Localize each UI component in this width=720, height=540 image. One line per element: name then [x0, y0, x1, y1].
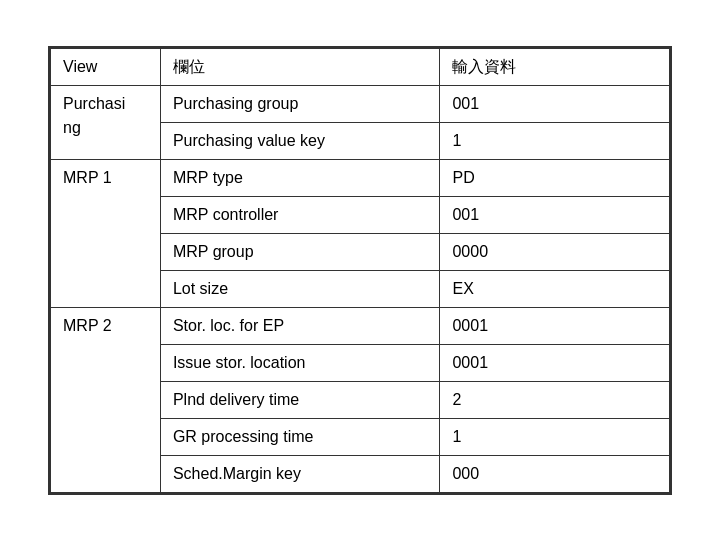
field-cell-mrp-type: MRP type — [160, 159, 440, 196]
field-cell-lot-size: Lot size — [160, 270, 440, 307]
value-cell-mrp-type: PD — [440, 159, 670, 196]
header-field: 欄位 — [160, 48, 440, 85]
view-cell-mrp2: MRP 2 — [51, 307, 161, 492]
view-cell-purchasing: Purchasing — [51, 85, 161, 159]
field-cell-purchasing-group: Purchasing group — [160, 85, 440, 122]
value-cell-purchasing-group: 001 — [440, 85, 670, 122]
value-cell-sched-margin-key: 000 — [440, 455, 670, 492]
value-cell-plnd-delivery-time: 2 — [440, 381, 670, 418]
value-cell-mrp-group: 0000 — [440, 233, 670, 270]
header-input: 輸入資料 — [440, 48, 670, 85]
table-row: Purchasing Purchasing group 001 — [51, 85, 670, 122]
header-row: View 欄位 輸入資料 — [51, 48, 670, 85]
value-cell-issue-stor-location: 0001 — [440, 344, 670, 381]
field-cell-gr-processing-time: GR processing time — [160, 418, 440, 455]
field-cell-mrp-group: MRP group — [160, 233, 440, 270]
main-table-wrapper: View 欄位 輸入資料 Purchasing Purchasing group… — [48, 46, 672, 495]
field-cell-purchasing-value-key: Purchasing value key — [160, 122, 440, 159]
field-cell-plnd-delivery-time: Plnd delivery time — [160, 381, 440, 418]
field-cell-issue-stor-location: Issue stor. location — [160, 344, 440, 381]
value-cell-stor-loc-ep: 0001 — [440, 307, 670, 344]
value-cell-mrp-controller: 001 — [440, 196, 670, 233]
field-cell-sched-margin-key: Sched.Margin key — [160, 455, 440, 492]
data-table: View 欄位 輸入資料 Purchasing Purchasing group… — [50, 48, 670, 493]
value-cell-lot-size: EX — [440, 270, 670, 307]
table-row: MRP 2 Stor. loc. for EP 0001 — [51, 307, 670, 344]
field-cell-stor-loc-ep: Stor. loc. for EP — [160, 307, 440, 344]
table-row: MRP 1 MRP type PD — [51, 159, 670, 196]
value-cell-gr-processing-time: 1 — [440, 418, 670, 455]
view-cell-mrp1: MRP 1 — [51, 159, 161, 307]
header-view: View — [51, 48, 161, 85]
field-cell-mrp-controller: MRP controller — [160, 196, 440, 233]
value-cell-purchasing-value-key: 1 — [440, 122, 670, 159]
